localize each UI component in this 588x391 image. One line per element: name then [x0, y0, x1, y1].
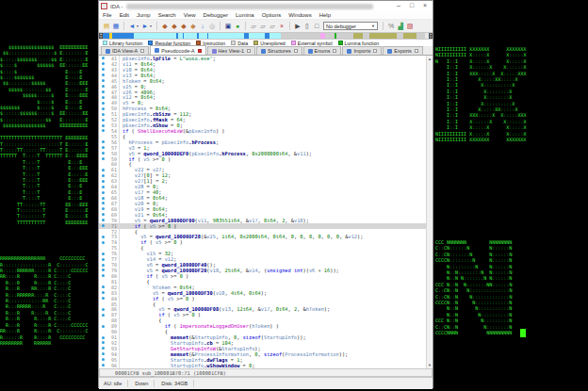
position-indicator-bar: 00001CFB sub_100001B70:71 (100001CFB)	[99, 368, 433, 377]
dropdown-caret-icon[interactable]: ▾	[150, 24, 154, 28]
code-line[interactable]: 96 StartupInfo.wShowWindow = 0;	[99, 363, 433, 368]
menu-lumina[interactable]: Lumina	[236, 12, 254, 18]
scroll-down-icon[interactable]: ▼	[427, 362, 433, 368]
open-file-icon[interactable]: ▤	[102, 21, 111, 31]
tab-state-icon[interactable]	[294, 49, 298, 53]
tab-state-icon[interactable]	[333, 49, 336, 53]
ida-app-icon	[101, 3, 107, 9]
menu-search[interactable]: Search	[158, 12, 176, 18]
navband-segment[interactable]	[103, 33, 109, 39]
menu-view[interactable]: View	[184, 12, 196, 18]
navband-segment[interactable]	[134, 33, 176, 39]
window-icon	[308, 49, 313, 54]
title-bar[interactable]: IDA - – □ ×	[99, 1, 433, 11]
legend-label: Unexplored	[260, 41, 286, 46]
menu-jump[interactable]: Jump	[137, 12, 151, 18]
navband-segment[interactable]	[112, 33, 134, 39]
debugger-select[interactable]: No debugger▼	[323, 22, 378, 30]
tab-bar: IDA View-APseudocode-AHex View-1Structur…	[99, 46, 433, 56]
edit-local-type-icon[interactable]: ▱	[268, 21, 277, 31]
maximize-button[interactable]: □	[405, 1, 418, 10]
debug-run-icon[interactable]: ▶	[293, 21, 302, 31]
navigation-band[interactable]: ▴▾ ▴▾	[99, 32, 433, 40]
window-icon	[155, 48, 159, 53]
jump-list-icon[interactable]: ◆	[179, 21, 188, 31]
vertical-scrollbar[interactable]: ▲ ▼	[426, 56, 433, 368]
tab-enums[interactable]: Enums	[303, 46, 342, 55]
debug-pause-icon[interactable]: ▯	[302, 21, 312, 31]
scroll-up-icon[interactable]: ▲	[427, 56, 433, 62]
legend-label: Instruction	[203, 41, 225, 46]
bookmark-icon[interactable]: ◆	[188, 21, 198, 31]
toolbar-separator	[220, 22, 220, 30]
navband-segment[interactable]	[353, 33, 363, 39]
navband-segment[interactable]	[249, 33, 265, 39]
tab-structures[interactable]: Structures	[256, 46, 302, 55]
navband-segment[interactable]	[208, 33, 244, 39]
save-icon[interactable]: ▦	[111, 21, 121, 31]
edit-struct-icon[interactable]: ▱	[249, 21, 258, 31]
code-line-text[interactable]: StartupInfo.wShowWindow = 0;	[122, 363, 254, 368]
ida-view-icon[interactable]: ▣	[223, 21, 233, 31]
tab-state-icon[interactable]	[247, 49, 251, 53]
tab-label: Imports	[353, 48, 370, 54]
navband-segment[interactable]	[281, 33, 320, 39]
tab-label: Exports	[394, 48, 411, 54]
tab-ida-view-a[interactable]: IDA View-A	[101, 46, 149, 55]
back-icon[interactable]: ◄	[127, 21, 137, 31]
minimize-button[interactable]: –	[392, 1, 405, 10]
jump-prev-icon[interactable]: ◆	[160, 21, 170, 31]
jump-next-icon[interactable]: ◆	[170, 21, 179, 31]
menu-options[interactable]: Options	[262, 12, 282, 18]
edit-enum-icon[interactable]: ▱	[258, 21, 268, 31]
code-line-text[interactable]: if ( ShellExecuteExW(&pExecInfo) )	[122, 128, 224, 134]
script-icon[interactable]: ▨	[405, 21, 415, 31]
attach-process-icon[interactable]: %	[386, 21, 396, 31]
refresh-icon[interactable]: ◎	[207, 21, 217, 31]
navband-scroll-right[interactable]: ▴▾	[429, 33, 433, 39]
navband-segment[interactable]	[270, 33, 281, 39]
tab-label: Structures	[268, 48, 291, 54]
desktop: { "window": { "title_prefix": "IDA -", "…	[0, 0, 588, 391]
lumina-icon[interactable]: ●	[233, 21, 242, 31]
menu-windows[interactable]: Windows	[288, 12, 311, 18]
pseudocode-view[interactable]: 41pExecInfo.lpFile = L"wusa.exe";42v11 =…	[99, 56, 433, 368]
tab-close-icon[interactable]	[198, 49, 202, 53]
right-ascii-art: NIIIIIIIIII XXXXXXX XXXXXXX NIIIIIIIIII …	[435, 46, 526, 336]
tab-exports[interactable]: Exports	[383, 46, 422, 55]
close-button[interactable]: ×	[418, 1, 432, 10]
navband-segment[interactable]	[416, 33, 425, 39]
tab-label: Hex View-1	[219, 48, 244, 54]
legend-item-lumina-function: Lumina function	[338, 41, 380, 46]
navband-segment[interactable]	[363, 33, 369, 39]
navband-segment[interactable]	[325, 33, 335, 39]
tab-pseudocode-a[interactable]: Pseudocode-A	[150, 45, 205, 55]
tab-imports[interactable]: Imports	[342, 46, 382, 55]
legend-label: Lumina function	[345, 41, 380, 46]
tab-state-icon[interactable]	[373, 49, 377, 53]
debug-stop-icon[interactable]: □	[312, 21, 321, 31]
navband-segment[interactable]	[369, 33, 397, 39]
tab-state-icon[interactable]	[140, 49, 144, 53]
menu-file[interactable]: File	[103, 12, 112, 18]
toolbar: ▤▦◄▾►▾◆◆◆◆↓◎▣●▱▱▱×▶▯□No debugger▼%▟▨	[99, 20, 433, 32]
navband-segment[interactable]	[184, 33, 197, 39]
menu-help[interactable]: Help	[319, 12, 331, 18]
autoanalysis-status: AU: idle	[101, 380, 128, 387]
window-icon	[212, 49, 217, 54]
navband-segment[interactable]	[397, 33, 403, 39]
tab-hex-view-1[interactable]: Hex View-1	[207, 46, 255, 55]
jump-address-icon[interactable]: ↓	[198, 21, 207, 31]
navband-segment[interactable]	[199, 33, 207, 39]
menu-debugger[interactable]: Debugger	[204, 12, 228, 18]
snapshot-icon[interactable]: ▟	[396, 21, 405, 31]
terminal-cursor	[520, 329, 526, 337]
tab-state-icon[interactable]	[415, 49, 418, 53]
navband-segment[interactable]	[403, 33, 416, 39]
toolbar-separator	[123, 22, 124, 30]
forward-icon[interactable]: ►	[140, 21, 150, 31]
delete-icon[interactable]: ×	[277, 21, 286, 31]
navband-segment[interactable]	[336, 33, 352, 39]
menu-edit[interactable]: Edit	[120, 12, 129, 18]
color-legend: Library functionRegular functionInstruct…	[99, 40, 433, 46]
